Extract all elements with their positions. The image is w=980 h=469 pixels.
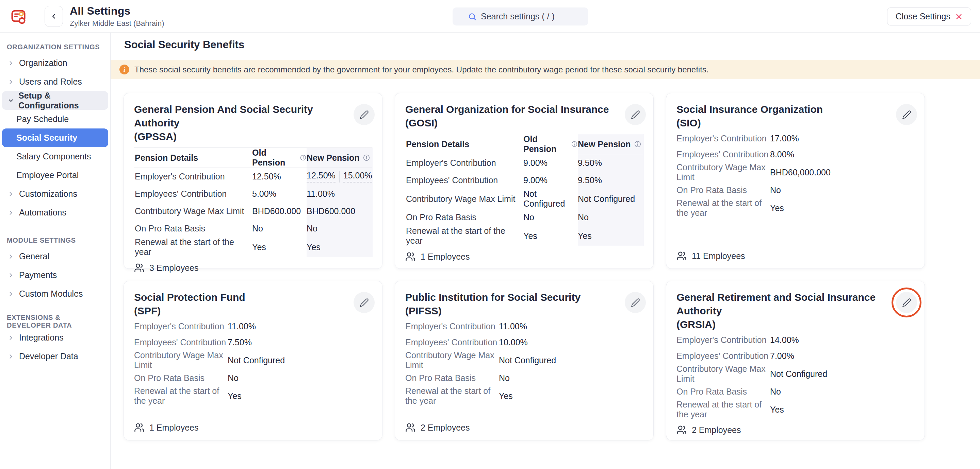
benefit-details: Employer's Contribution11.00% Employees'… (405, 318, 643, 406)
authority-abbr: (SIO) (676, 116, 888, 130)
column-header-new-pension: New Pension (578, 139, 631, 149)
users-icon (134, 422, 144, 433)
card-title: Social Insurance Organization (SIO) (676, 103, 888, 130)
row-value: 17.00% (770, 133, 914, 143)
row-label: On Pro Rata Basis (134, 373, 228, 383)
sidebar-item-social-security[interactable]: Social Security (2, 128, 108, 147)
edit-button[interactable] (625, 104, 646, 125)
chevron-left-icon (50, 13, 57, 20)
close-settings-button[interactable]: Close Settings (887, 8, 971, 25)
settings-search[interactable] (453, 8, 588, 25)
detail-row: On Pro Rata BasisNo (134, 370, 372, 386)
row-label: On Pro Rata Basis (676, 387, 770, 397)
old-pension-value: No (252, 223, 307, 233)
sidebar-item-pay-schedule[interactable]: Pay Schedule (2, 110, 108, 128)
benefit-details: Employer's Contribution17.00% Employees'… (676, 130, 914, 218)
new-pension-value[interactable]: 12.50% (307, 171, 336, 182)
employees-footer: 3 Employees (134, 257, 372, 273)
pencil-icon (902, 110, 911, 119)
info-circle-icon[interactable] (300, 154, 307, 162)
info-circle-icon[interactable] (571, 140, 578, 148)
authority-abbr: (SPF) (134, 304, 345, 318)
detail-row: Renewal at the start of the yearYes (676, 400, 914, 419)
card-title: Public Institution for Social Security (… (405, 291, 616, 318)
pencil-icon (631, 298, 640, 307)
new-pension-alt-value[interactable]: 15.00% (343, 171, 372, 182)
sidebar-item-general[interactable]: General (2, 247, 108, 266)
detail-row: Employees' Contribution7.50% (134, 334, 372, 350)
top-header: All Settings Zylker Middle East (Bahrain… (0, 0, 980, 33)
new-pension-value: 9.50% (578, 175, 644, 185)
info-circle-icon[interactable] (363, 154, 370, 162)
sidebar-item-users-and-roles[interactable]: Users and Roles (2, 72, 108, 91)
authority-name: General Organization for Social Insuranc… (405, 103, 616, 116)
card-title: Social Protection Fund (SPF) (134, 291, 345, 318)
row-value: 11.00% (499, 322, 643, 331)
chevron-right-icon (8, 291, 15, 297)
page-header-title: All Settings (70, 5, 164, 17)
sidebar-item-label: Integrations (19, 333, 64, 342)
sidebar-item-label: Automations (19, 208, 66, 217)
detail-row: Contributory Wage Max LimitNot Configure… (134, 350, 372, 370)
column-header-new-pension: New Pension (307, 153, 360, 163)
row-value: No (770, 185, 914, 195)
old-pension-value: Yes (252, 242, 307, 252)
search-icon (468, 12, 477, 21)
employees-footer: 2 Employees (405, 417, 643, 433)
table-row: Employer's Contribution 12.50% 12.50% 15… (134, 168, 372, 185)
info-banner: i These social security benefits are rec… (111, 60, 980, 79)
main-content: Social Security Benefits i These social … (111, 33, 980, 469)
row-label: Contributory Wage Max Limit (134, 206, 252, 216)
settings-sidebar: ORGANIZATION SETTINGS Organization Users… (0, 33, 111, 469)
users-icon (676, 251, 687, 261)
sidebar-item-label: Organization (19, 58, 67, 68)
info-circle-icon[interactable] (634, 140, 641, 148)
sidebar-item-developer-data[interactable]: Developer Data (2, 347, 108, 366)
table-row: On Pro Rata Basis No No (134, 220, 372, 237)
edit-button[interactable] (896, 292, 917, 313)
sidebar-item-organization[interactable]: Organization (2, 54, 108, 72)
row-value: No (770, 387, 914, 397)
detail-row: Employer's Contribution14.00% (676, 332, 914, 348)
row-label: Employer's Contribution (405, 158, 523, 168)
search-input[interactable] (481, 11, 573, 21)
row-label: Employer's Contribution (676, 335, 770, 345)
employees-count: 1 Employees (421, 252, 470, 262)
table-header-row: Pension Details Old Pension New Pension (405, 134, 643, 154)
edit-button[interactable] (896, 104, 917, 125)
sidebar-item-employee-portal[interactable]: Employee Portal (2, 166, 108, 185)
sidebar-item-payments[interactable]: Payments (2, 266, 108, 284)
header-titles: All Settings Zylker Middle East (Bahrain… (70, 5, 164, 28)
authority-abbr: (PIFSS) (405, 304, 616, 318)
sidebar-item-salary-components[interactable]: Salary Components (2, 147, 108, 166)
edit-button[interactable] (625, 292, 646, 313)
sidebar-item-automations[interactable]: Automations (2, 203, 108, 222)
card-grsia: General Retirement and Social Insurance … (666, 281, 925, 440)
row-label: Renewal at the start of the year (676, 400, 770, 419)
close-settings-label: Close Settings (896, 11, 950, 21)
row-label: Contributory Wage Max Limit (134, 350, 228, 370)
row-label: Contributory Wage Max Limit (405, 350, 499, 370)
pencil-icon (360, 110, 369, 119)
card-pifss: Public Institution for Social Security (… (395, 281, 654, 440)
chevron-right-icon (8, 253, 15, 260)
detail-row: Employer's Contribution17.00% (676, 130, 914, 146)
sidebar-item-customizations[interactable]: Customizations (2, 185, 108, 203)
edit-button[interactable] (353, 292, 375, 313)
back-button[interactable] (45, 6, 63, 27)
employees-footer: 1 Employees (405, 246, 643, 262)
users-icon (405, 422, 415, 433)
employees-count: 2 Employees (692, 425, 741, 435)
sidebar-item-integrations[interactable]: Integrations (2, 328, 108, 347)
sidebar-item-custom-modules[interactable]: Custom Modules (2, 284, 108, 303)
row-value: Yes (499, 391, 643, 401)
organization-name: Zylker Middle East (Bahrain) (70, 19, 164, 28)
users-icon (676, 425, 687, 435)
new-pension-value: No (578, 212, 644, 222)
sidebar-item-label: Custom Modules (19, 289, 83, 299)
employees-footer: 1 Employees (134, 417, 372, 433)
edit-button[interactable] (353, 104, 375, 125)
sidebar-item-label: Customizations (19, 189, 77, 199)
sidebar-item-setup-configurations[interactable]: Setup & Configurations (2, 91, 108, 110)
row-value: Yes (770, 203, 914, 213)
